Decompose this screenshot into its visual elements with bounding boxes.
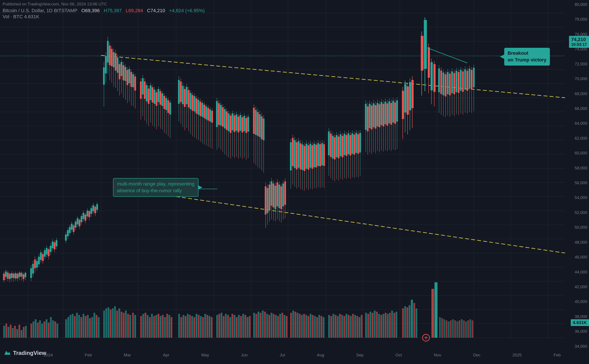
svg-rect-161 bbox=[294, 312, 296, 338]
price-72000: 72,000 bbox=[567, 62, 587, 66]
low-value: 69,284 bbox=[128, 8, 143, 13]
svg-rect-216 bbox=[441, 318, 443, 338]
svg-rect-492 bbox=[294, 140, 296, 168]
svg-rect-124 bbox=[206, 315, 208, 338]
volume-badge: 4.631K bbox=[571, 319, 589, 326]
svg-rect-121 bbox=[200, 316, 202, 338]
svg-rect-176 bbox=[330, 316, 332, 338]
svg-rect-220 bbox=[450, 320, 452, 338]
svg-rect-286 bbox=[67, 230, 69, 236]
svg-rect-96 bbox=[140, 316, 142, 338]
svg-rect-558 bbox=[365, 104, 367, 130]
svg-rect-616 bbox=[443, 72, 444, 95]
svg-rect-211 bbox=[413, 303, 415, 338]
svg-rect-141 bbox=[247, 317, 248, 338]
svg-rect-86 bbox=[114, 306, 116, 338]
svg-rect-568 bbox=[375, 105, 377, 129]
svg-rect-63 bbox=[54, 321, 56, 338]
svg-rect-566 bbox=[373, 103, 375, 127]
svg-rect-209 bbox=[409, 305, 410, 338]
svg-rect-76 bbox=[89, 318, 91, 338]
svg-rect-221 bbox=[452, 319, 454, 338]
svg-rect-136 bbox=[236, 317, 238, 338]
svg-rect-432 bbox=[228, 113, 230, 131]
svg-rect-132 bbox=[227, 315, 229, 338]
svg-rect-214 bbox=[435, 282, 437, 338]
svg-rect-596 bbox=[407, 86, 409, 115]
svg-rect-108 bbox=[166, 314, 168, 338]
svg-rect-195 bbox=[374, 311, 376, 338]
svg-rect-344 bbox=[128, 69, 130, 83]
svg-rect-320 bbox=[105, 56, 107, 73]
svg-rect-179 bbox=[337, 316, 339, 338]
svg-rect-340 bbox=[125, 67, 126, 81]
svg-rect-248 bbox=[19, 273, 20, 277]
svg-rect-378 bbox=[165, 98, 167, 110]
svg-rect-438 bbox=[234, 116, 235, 132]
price-64000: 64,000 bbox=[567, 121, 587, 126]
svg-rect-143 bbox=[253, 313, 255, 338]
svg-rect-560 bbox=[367, 106, 369, 131]
svg-rect-414 bbox=[207, 108, 209, 121]
svg-rect-135 bbox=[234, 315, 235, 338]
svg-rect-59 bbox=[46, 319, 47, 338]
high-label: H bbox=[104, 8, 107, 13]
svg-rect-65 bbox=[65, 319, 67, 338]
svg-rect-140 bbox=[245, 315, 246, 338]
svg-rect-165 bbox=[303, 314, 305, 338]
svg-line-39 bbox=[101, 55, 565, 98]
change-value: +4,824 bbox=[169, 8, 184, 13]
svg-rect-458 bbox=[257, 112, 259, 136]
svg-rect-402 bbox=[196, 98, 197, 114]
svg-rect-488 bbox=[290, 142, 292, 170]
svg-rect-632 bbox=[460, 70, 462, 91]
svg-rect-246 bbox=[17, 274, 19, 279]
svg-rect-644 bbox=[473, 68, 475, 87]
svg-rect-102 bbox=[153, 316, 155, 338]
svg-rect-370 bbox=[158, 89, 159, 102]
svg-rect-554 bbox=[357, 134, 359, 154]
price-70000: 70,000 bbox=[567, 77, 587, 81]
svg-rect-89 bbox=[121, 312, 122, 338]
current-price-value: 74,210 bbox=[571, 37, 587, 42]
time-apr: Apr bbox=[163, 353, 170, 358]
svg-rect-572 bbox=[379, 104, 380, 127]
price-48000: 48,000 bbox=[567, 240, 587, 245]
time-feb2: Feb bbox=[554, 353, 561, 358]
svg-rect-366 bbox=[154, 90, 155, 104]
svg-rect-170 bbox=[314, 316, 316, 338]
svg-rect-634 bbox=[462, 72, 464, 92]
svg-rect-290 bbox=[71, 224, 73, 230]
price-42000: 42,000 bbox=[567, 285, 587, 289]
svg-rect-356 bbox=[144, 81, 146, 99]
svg-rect-264 bbox=[38, 257, 40, 264]
svg-rect-192 bbox=[367, 314, 369, 338]
tradingview-icon bbox=[3, 348, 12, 358]
chart-svg[interactable] bbox=[0, 0, 565, 351]
svg-rect-514 bbox=[315, 145, 317, 168]
open-value: 69,396 bbox=[85, 8, 99, 13]
svg-rect-106 bbox=[162, 315, 164, 338]
time-may: May bbox=[201, 353, 209, 358]
time-2025: 2025 bbox=[512, 353, 522, 358]
svg-rect-612 bbox=[438, 68, 440, 92]
callout-breakout-line1: Breakout bbox=[508, 50, 546, 57]
svg-rect-130 bbox=[223, 316, 225, 338]
svg-rect-110 bbox=[171, 317, 172, 338]
svg-rect-526 bbox=[330, 134, 332, 157]
svg-rect-454 bbox=[253, 108, 255, 134]
svg-rect-256 bbox=[30, 268, 32, 278]
svg-rect-312 bbox=[92, 205, 94, 211]
svg-rect-348 bbox=[132, 74, 134, 87]
svg-rect-48 bbox=[19, 325, 20, 338]
svg-rect-224 bbox=[459, 320, 460, 338]
svg-rect-187 bbox=[354, 315, 356, 338]
time-axis: Dec 2024 Feb Mar Apr May Jun Jul Aug Sep… bbox=[0, 353, 565, 358]
svg-rect-154 bbox=[277, 316, 279, 338]
svg-rect-73 bbox=[83, 314, 84, 338]
svg-rect-580 bbox=[386, 103, 388, 125]
svg-rect-103 bbox=[155, 315, 157, 338]
svg-rect-227 bbox=[465, 321, 467, 338]
svg-rect-624 bbox=[451, 72, 453, 93]
svg-rect-142 bbox=[249, 316, 251, 338]
